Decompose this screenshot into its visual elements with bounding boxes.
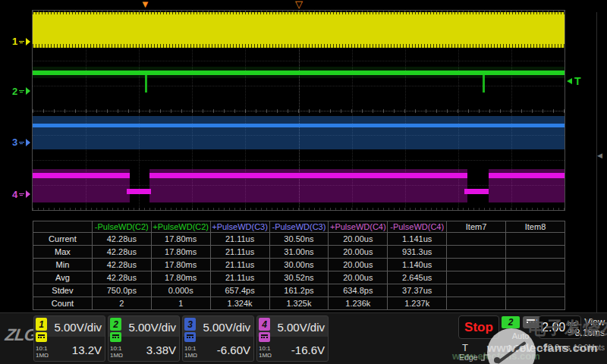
- ch4-trace: [489, 173, 565, 178]
- input-impedance: 1MΩ: [36, 353, 49, 359]
- measurement-value: 17.80ms: [151, 246, 210, 259]
- left-arrow-icon: [567, 78, 572, 84]
- measurement-value: 0.000s: [151, 284, 210, 297]
- measurement-column-header: -PulseWD(C3): [269, 221, 329, 233]
- ch3-trace-envelope: [33, 116, 565, 149]
- measurement-value: 657.4ps: [210, 284, 269, 297]
- measurement-row: Min42.28us17.80ms21.11us30.00ns20.00us1.…: [33, 259, 565, 271]
- measurement-value: 1.325k: [269, 297, 329, 310]
- volts-per-div: 5.00V/div: [128, 321, 176, 334]
- channel-1-badge: 1: [36, 318, 47, 331]
- gridline-horizontal: [33, 160, 565, 161]
- measurement-value: 1.237k: [388, 297, 447, 310]
- status-bar: ZLG® 110:11MΩ5.00V/div13.2V210:11MΩ5.00V…: [0, 312, 607, 364]
- measurement-row-label: Max: [33, 246, 93, 259]
- channel-1-position-marker[interactable]: 1: [12, 35, 30, 49]
- measurement-row-label: Current: [33, 233, 93, 246]
- channel-number-label: 1: [12, 36, 17, 47]
- measurement-value: 21.11us: [210, 246, 269, 259]
- graticule: [32, 10, 565, 211]
- gridline-horizontal: [33, 61, 565, 61]
- measurement-value: 42.28us: [92, 259, 151, 271]
- channel-2-position-marker[interactable]: 2: [12, 84, 30, 98]
- measurement-value: 1.236k: [329, 297, 388, 310]
- probe-ratio: 10:1: [184, 346, 197, 352]
- measurement-column-header: -PulseWD(C4): [388, 221, 447, 233]
- channel-3-position-marker[interactable]: 3: [12, 136, 30, 149]
- channel-number-label: 4: [12, 189, 17, 200]
- measurement-value: 1.141us: [388, 233, 447, 246]
- measurement-value: 634.8ps: [329, 284, 388, 297]
- measurement-value: 20.00us: [329, 233, 388, 246]
- channel-4-badge: 4: [259, 318, 270, 331]
- measurement-value: 30.52ns: [269, 271, 329, 284]
- trigger-level-marker[interactable]: T: [567, 75, 581, 87]
- ch1-trace: [33, 12, 565, 48]
- measurement-value: 30.00ns: [269, 259, 329, 271]
- measurement-column-header: Item8: [506, 221, 565, 233]
- probe-ratio: 10:1: [259, 346, 271, 352]
- waveform-area: ▼ ▽ T 1234: [0, 0, 607, 218]
- watermark-chinese-text: 电子发烧友: [528, 316, 607, 340]
- dc-coupling-icon: [110, 332, 121, 342]
- measurement-value: [447, 297, 506, 310]
- measurement-row-label: Stdev: [33, 284, 93, 297]
- measurement-value: 42.28us: [92, 246, 151, 259]
- measurement-value: 20.00us: [329, 246, 388, 259]
- channel-4-position-marker[interactable]: 4: [12, 187, 30, 201]
- panel-collapse-arrow-icon[interactable]: ◀: [597, 152, 602, 159]
- input-impedance: 1MΩ: [110, 353, 123, 359]
- ch4-trace-low-level: [464, 189, 489, 194]
- ch4-trace-low-level: [127, 189, 151, 194]
- measurement-value: [447, 246, 506, 259]
- trigger-position-marker[interactable]: ▽: [295, 0, 303, 9]
- right-arrow-icon: [26, 38, 30, 46]
- measurement-value: 1.324k: [210, 297, 269, 310]
- ground-icon: [19, 193, 24, 196]
- ch2-trace: [33, 71, 565, 75]
- volts-per-div: 5.00V/div: [54, 321, 102, 334]
- measurement-value: 31.00ns: [269, 246, 329, 259]
- channel-offset: -6.60V: [217, 344, 250, 356]
- channel-3-badge: 3: [184, 318, 196, 331]
- channel-number-label: 3: [12, 136, 17, 148]
- channel-3-block[interactable]: 310:11MΩ5.00V/div-6.60V: [182, 315, 254, 362]
- measurement-table[interactable]: -PulseWD(C2)+PulseWD(C2)+PulseWD(C3)-Pul…: [33, 221, 565, 310]
- measurement-value: 21.11us: [210, 271, 269, 284]
- channel-4-block[interactable]: 410:11MΩ5.00V/div-16.6V: [256, 315, 329, 362]
- ground-icon: [19, 89, 24, 93]
- trigger-delay-marker[interactable]: ▼: [140, 0, 150, 9]
- right-arrow-icon: [26, 190, 30, 198]
- input-impedance: 1MΩ: [259, 353, 272, 359]
- measurement-value: [447, 284, 506, 297]
- channel-2-badge: 2: [110, 318, 121, 331]
- measurement-value: 17.80ms: [151, 233, 210, 246]
- ch2-glitch-spike: [483, 75, 485, 93]
- measurement-value: 931.3us: [388, 246, 447, 259]
- measurement-column-header: +PulseWD(C3): [210, 221, 269, 233]
- side-panel-divider: [596, 12, 597, 312]
- channel-number-label: 2: [12, 86, 17, 97]
- ground-icon: [19, 141, 24, 144]
- measurement-value: 1: [151, 297, 210, 310]
- input-impedance: 1MΩ: [184, 353, 197, 359]
- measurement-value: 42.28us: [92, 233, 151, 246]
- volts-per-div: 5.00V/div: [277, 321, 325, 334]
- channel-offset: -16.6V: [291, 344, 325, 356]
- probe-ratio: 10:1: [36, 346, 48, 352]
- ch2-glitch-spike: [145, 75, 147, 93]
- measurement-row-label: Avg: [33, 271, 93, 284]
- measurement-column-header: -PulseWD(C2): [92, 221, 151, 233]
- measurement-value: [506, 233, 565, 246]
- measurement-row: Current42.28us17.80ms21.11us30.50ns20.00…: [33, 233, 565, 246]
- measurement-value: [447, 259, 506, 271]
- channel-2-block[interactable]: 210:11MΩ5.00V/div3.38V: [108, 315, 180, 362]
- trigger-source-badge[interactable]: 2: [502, 316, 520, 328]
- dc-coupling-icon: [259, 332, 270, 342]
- measurement-value: [506, 259, 565, 271]
- measurement-value: 20.00us: [329, 259, 388, 271]
- center-axis-ticks: [33, 109, 565, 113]
- measurement-value: [506, 271, 565, 284]
- measurement-value: 2: [92, 297, 151, 310]
- channel-1-block[interactable]: 110:11MΩ5.00V/div13.2V: [33, 315, 105, 362]
